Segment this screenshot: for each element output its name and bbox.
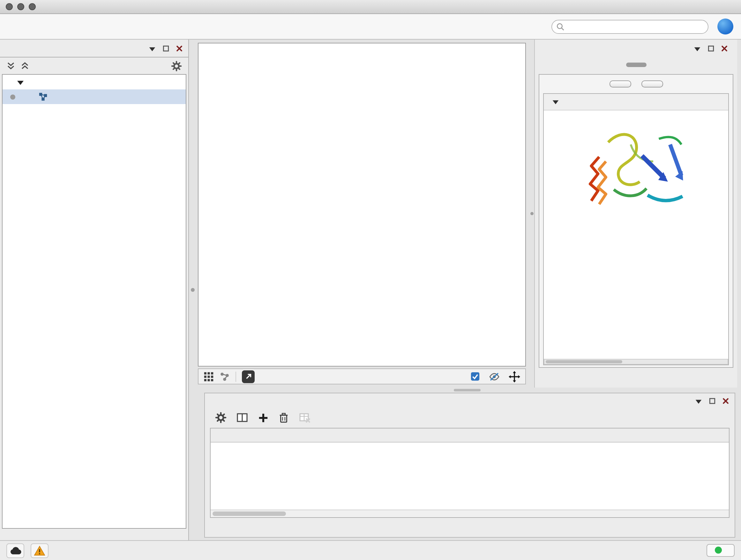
search-input[interactable] bbox=[551, 19, 709, 34]
table-tabs bbox=[205, 518, 735, 537]
results-panel-splitter[interactable] bbox=[529, 40, 534, 388]
show-columns-icon[interactable] bbox=[236, 412, 248, 423]
fit-content-crosshair-icon[interactable] bbox=[509, 371, 520, 382]
main-area bbox=[0, 40, 741, 540]
current-network-indicator bbox=[10, 94, 15, 99]
panel-close-icon[interactable] bbox=[721, 45, 728, 52]
delete-column-trash-icon[interactable] bbox=[278, 412, 289, 423]
expand-all-button[interactable] bbox=[609, 80, 631, 87]
table-header-row bbox=[211, 428, 729, 442]
delete-table-icon-disabled bbox=[299, 412, 311, 423]
table-horizontal-scrollbar[interactable] bbox=[211, 509, 729, 517]
network-collection-row[interactable] bbox=[3, 75, 186, 89]
window-controls bbox=[0, 3, 36, 10]
control-panel-tabs bbox=[0, 55, 188, 57]
network-view-canvas[interactable] bbox=[198, 43, 526, 367]
toolbar-separator bbox=[235, 371, 236, 381]
panel-close-icon[interactable] bbox=[176, 45, 183, 52]
panel-menu-icon[interactable] bbox=[693, 44, 701, 53]
collapse-all-button[interactable] bbox=[641, 80, 663, 87]
panel-float-icon[interactable] bbox=[162, 45, 170, 52]
results-panel bbox=[534, 40, 737, 388]
application-window bbox=[0, 0, 741, 560]
search-icon bbox=[556, 22, 565, 31]
splitter-handle[interactable] bbox=[530, 212, 533, 215]
help-button[interactable] bbox=[718, 18, 733, 35]
panel-close-icon[interactable] bbox=[722, 397, 730, 405]
right-column bbox=[197, 40, 741, 540]
main-toolbar bbox=[0, 14, 741, 40]
panel-menu-icon[interactable] bbox=[694, 397, 703, 405]
tab-string[interactable] bbox=[626, 62, 646, 67]
splitter-handle[interactable] bbox=[454, 389, 480, 391]
birds-eye-grid-icon[interactable] bbox=[204, 371, 214, 381]
cloud-status-button[interactable] bbox=[6, 543, 24, 558]
scrollbar-thumb[interactable] bbox=[212, 511, 286, 516]
scrollbar-thumb[interactable] bbox=[546, 360, 622, 363]
table-body bbox=[211, 442, 729, 509]
close-window-button[interactable] bbox=[6, 3, 13, 10]
warning-button[interactable] bbox=[30, 543, 49, 558]
network-view-area bbox=[197, 40, 529, 388]
table-toolbar bbox=[205, 408, 735, 428]
panel-float-icon[interactable] bbox=[707, 45, 715, 52]
table-panel bbox=[204, 393, 735, 538]
hidden-eye-slash-icon[interactable] bbox=[489, 371, 500, 381]
cloud-icon bbox=[9, 546, 21, 555]
control-panel-splitter[interactable] bbox=[189, 40, 197, 540]
warning-icon bbox=[34, 545, 45, 556]
table-panel-splitter[interactable] bbox=[197, 388, 737, 393]
zoom-window-button[interactable] bbox=[29, 3, 36, 10]
memory-button[interactable] bbox=[706, 544, 735, 557]
string-results-container bbox=[539, 74, 733, 368]
node-table bbox=[210, 428, 730, 518]
results-scrollbar[interactable] bbox=[544, 359, 728, 365]
memory-status-dot bbox=[715, 547, 722, 554]
splitter-handle[interactable] bbox=[191, 288, 195, 292]
collapse-caret-icon[interactable] bbox=[551, 98, 560, 106]
control-panel bbox=[0, 40, 189, 540]
crosslinks-title bbox=[544, 222, 728, 227]
results-panel-header bbox=[539, 42, 733, 55]
selected-checkbox-icon[interactable] bbox=[470, 372, 480, 381]
gene-description bbox=[544, 111, 728, 116]
title-bar bbox=[0, 0, 741, 14]
protein-structure-image bbox=[573, 122, 699, 218]
network-options-gear-icon[interactable] bbox=[171, 60, 182, 71]
status-bar bbox=[0, 540, 741, 560]
panel-float-icon[interactable] bbox=[709, 397, 716, 405]
collection-caret-icon[interactable] bbox=[17, 78, 24, 86]
gene-card-cdk1 bbox=[543, 93, 729, 365]
collapse-all-networks-icon[interactable] bbox=[6, 61, 15, 70]
table-options-gear-icon[interactable] bbox=[215, 412, 226, 423]
network-row[interactable] bbox=[3, 89, 186, 104]
panel-menu-icon[interactable] bbox=[148, 44, 156, 53]
expand-all-networks-icon[interactable] bbox=[20, 61, 29, 70]
network-view-toolbar bbox=[198, 368, 526, 384]
network-overview-icon[interactable] bbox=[219, 371, 230, 381]
open-view-in-window-icon[interactable] bbox=[242, 370, 255, 383]
minimize-window-button[interactable] bbox=[17, 3, 24, 10]
network-tree bbox=[2, 74, 186, 529]
table-panel-header bbox=[205, 395, 735, 408]
gene-card-header[interactable] bbox=[544, 94, 728, 111]
search-box bbox=[551, 19, 709, 34]
add-column-icon[interactable] bbox=[258, 412, 269, 423]
control-panel-header bbox=[0, 42, 188, 55]
network-summary-bar bbox=[0, 57, 188, 74]
network-icon bbox=[38, 92, 48, 102]
